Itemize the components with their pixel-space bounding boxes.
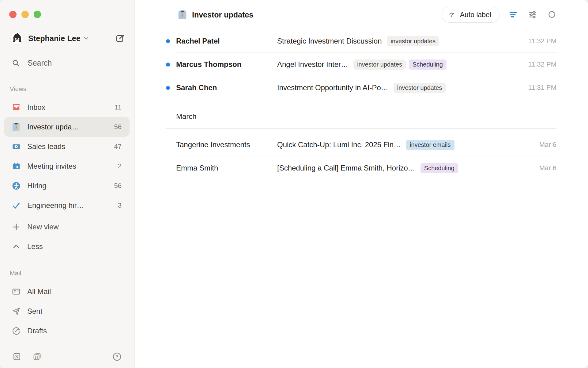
email-row-tangerine-investments[interactable]: Tangerine Investments Quick Catch-Up: Lu…	[166, 133, 556, 156]
sidebar-item-investor-upda[interactable]: Investor upda… 56	[4, 117, 130, 137]
zoom-window-button[interactable]	[34, 11, 41, 18]
account-switcher[interactable]: Stephanie Lee	[10, 32, 125, 45]
sidebar-item-drafts[interactable]: Drafts	[4, 321, 130, 341]
tag-scheduling[interactable]: Scheduling	[409, 59, 447, 70]
email-sender: Sarah Chen	[176, 83, 277, 92]
sidebar-action-new-view[interactable]: New view	[4, 217, 130, 237]
tag-investor-updates[interactable]: investor updates	[387, 36, 439, 46]
email-subject: Strategic Investment Discussion	[277, 37, 382, 45]
check-icon	[12, 201, 21, 210]
email-time: 11:32 PM	[522, 37, 556, 45]
sidebar-action-less[interactable]: Less	[4, 237, 130, 256]
email-sender: Rachel Patel	[176, 37, 277, 45]
unread-dot	[166, 63, 170, 67]
chevron-up-icon	[12, 242, 21, 251]
tag-investor-updates[interactable]: investor updates	[353, 59, 406, 70]
email-sender: Emma Smith	[176, 164, 277, 172]
sidebar-item-label: Hiring	[27, 182, 47, 190]
tag-investor-updates[interactable]: investor updates	[394, 83, 446, 93]
email-group-rows: Rachel Patel Strategic Investment Discus…	[166, 29, 556, 99]
notion-calendar-app-icon[interactable]	[32, 352, 42, 361]
email-tags: Scheduling	[420, 163, 458, 173]
help-button[interactable]	[112, 352, 122, 361]
notion-mail-window: Stephanie Lee Search Views Inbox 11 Inve…	[0, 0, 588, 368]
tag-investor-emails[interactable]: investor emails	[406, 140, 454, 150]
email-sender: Tangerine Investments	[176, 140, 277, 149]
email-group-rows: Tangerine Investments Quick Catch-Up: Lu…	[166, 129, 556, 180]
display-options-button[interactable]	[527, 9, 538, 20]
sidebar-item-label: Less	[27, 242, 43, 251]
sidebar-item-label: Drafts	[27, 327, 47, 335]
inbox-icon	[12, 103, 21, 112]
tag-scheduling[interactable]: Scheduling	[420, 163, 458, 173]
auto-label-icon	[448, 11, 456, 19]
sidebar-item-count: 2	[118, 162, 122, 170]
unread-dot	[166, 39, 170, 43]
mail-section-label: Mail	[10, 270, 134, 277]
email-time: Mar 6	[533, 141, 556, 149]
drafts-icon	[12, 326, 21, 335]
sidebar-footer	[0, 345, 134, 368]
refresh-button[interactable]	[546, 9, 557, 20]
sidebar-item-count: 47	[114, 143, 122, 151]
email-group-title: March	[176, 112, 197, 121]
email-time: 11:32 PM	[522, 60, 556, 68]
banknote-icon	[12, 142, 21, 151]
sidebar: Stephanie Lee Search Views Inbox 11 Inve…	[0, 0, 135, 368]
sidebar-item-sent[interactable]: Sent	[4, 301, 130, 321]
sidebar-item-label: Sales leads	[27, 142, 65, 151]
views-section-label: Views	[10, 86, 134, 93]
notion-app-icon[interactable]	[12, 352, 21, 361]
calendar-icon	[12, 162, 21, 171]
email-subject: [Scheduling a Call] Emma Smith, Horizo…	[277, 164, 415, 172]
views-actions: New view Less	[0, 217, 134, 256]
search-button[interactable]: Search	[12, 57, 125, 69]
sidebar-item-label: Inbox	[27, 103, 45, 112]
email-row-rachel-patel[interactable]: Rachel Patel Strategic Investment Discus…	[166, 29, 556, 53]
accessibility-icon	[12, 181, 21, 190]
sidebar-item-label: Engineering hir…	[27, 201, 84, 210]
sidebar-item-count: 3	[118, 201, 122, 209]
sidebar-item-count: 11	[115, 103, 122, 111]
sidebar-item-count: 56	[114, 182, 122, 190]
email-subject: Investment Opportunity in AI-Po…	[277, 83, 388, 92]
toolbar: Auto label	[442, 7, 557, 23]
email-sender: Marcus Thompson	[176, 60, 277, 69]
sidebar-item-hiring[interactable]: Hiring 56	[4, 176, 130, 196]
mail-list: All Mail Sent Drafts	[0, 282, 134, 341]
email-time: 11:31 PM	[522, 84, 556, 92]
user-name: Stephanie Lee	[28, 34, 81, 43]
compose-button[interactable]	[115, 33, 125, 44]
sidebar-item-engineering-hir[interactable]: Engineering hir… 3	[4, 196, 130, 215]
sidebar-item-label: All Mail	[27, 287, 51, 296]
plus-icon	[12, 222, 21, 232]
email-list: Rachel Patel Strategic Investment Discus…	[166, 29, 556, 180]
view-title: Investor updates	[192, 10, 253, 19]
main-panel: Investor updates Auto label Rachel Patel…	[135, 0, 588, 368]
auto-label-button[interactable]: Auto label	[442, 7, 499, 23]
email-row-emma-smith[interactable]: Emma Smith [Scheduling a Call] Emma Smit…	[166, 156, 556, 180]
necktie-icon	[12, 122, 21, 132]
chevron-down-icon	[84, 37, 89, 40]
email-time: Mar 6	[533, 164, 556, 172]
sidebar-item-meeting-invites[interactable]: Meeting invites 2	[4, 156, 130, 176]
all-mail-icon	[12, 287, 21, 296]
email-group-header: March	[166, 99, 556, 129]
necktie-emoji-icon	[178, 10, 187, 20]
sidebar-item-all-mail[interactable]: All Mail	[4, 282, 130, 301]
sidebar-item-inbox[interactable]: Inbox 11	[4, 98, 130, 117]
view-header: Investor updates Auto label	[135, 0, 588, 29]
sidebar-item-sales-leads[interactable]: Sales leads 47	[4, 137, 130, 156]
search-icon	[12, 59, 20, 67]
email-subject: Angel Investor Inter…	[277, 60, 348, 69]
minimize-window-button[interactable]	[21, 11, 29, 18]
filter-button[interactable]	[508, 9, 519, 20]
search-label: Search	[28, 59, 52, 67]
sidebar-item-label: Sent	[27, 307, 42, 316]
sidebar-item-label: New view	[27, 223, 59, 231]
close-window-button[interactable]	[9, 11, 17, 18]
sidebar-item-label: Meeting invites	[27, 162, 76, 171]
sidebar-item-label: Investor upda…	[27, 123, 79, 131]
email-row-marcus-thompson[interactable]: Marcus Thompson Angel Investor Inter… in…	[166, 53, 556, 76]
email-row-sarah-chen[interactable]: Sarah Chen Investment Opportunity in AI-…	[166, 76, 556, 99]
